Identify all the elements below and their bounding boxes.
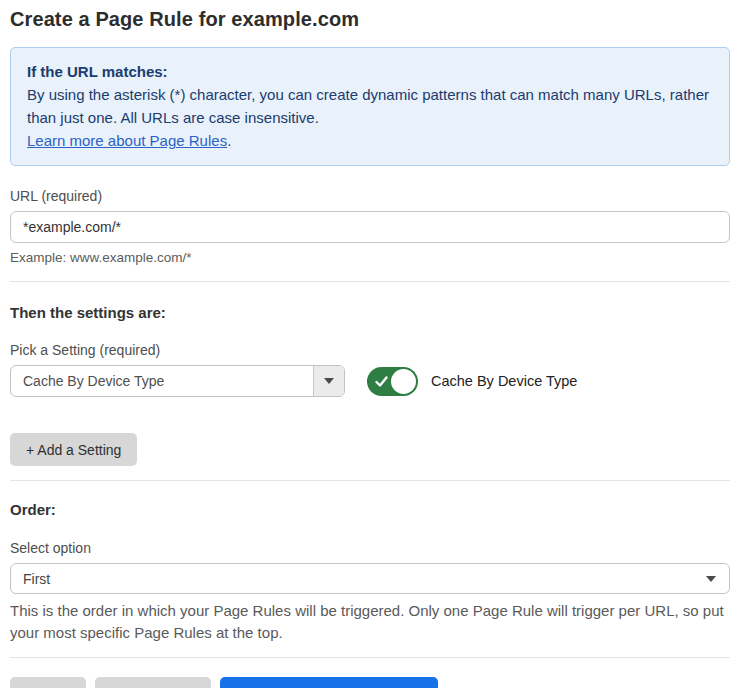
divider <box>10 281 730 282</box>
settings-section-heading: Then the settings are: <box>10 304 730 321</box>
toggle-label: Cache By Device Type <box>431 373 577 389</box>
learn-more-link[interactable]: Learn more about Page Rules <box>27 132 227 149</box>
info-box-link-line: Learn more about Page Rules. <box>27 129 713 152</box>
url-example-helper: Example: www.example.com/* <box>10 250 730 265</box>
save-deploy-button[interactable]: Save and Deploy Page Rule <box>220 677 438 688</box>
footer-buttons: Cancel Save as Draft Save and Deploy Pag… <box>10 677 730 688</box>
setting-select-arrow-button[interactable] <box>313 366 344 396</box>
setting-picker-label: Pick a Setting (required) <box>10 342 730 358</box>
order-select-value: First <box>23 571 50 587</box>
divider <box>10 657 730 658</box>
order-select[interactable]: First <box>10 563 730 594</box>
setting-row: Cache By Device Type Cache By Device Typ… <box>10 365 730 397</box>
page-rule-form: Create a Page Rule for example.com If th… <box>0 0 750 688</box>
save-draft-button[interactable]: Save as Draft <box>95 677 212 688</box>
url-input[interactable] <box>10 211 730 243</box>
cancel-button[interactable]: Cancel <box>10 677 86 688</box>
order-select-label: Select option <box>10 540 730 556</box>
toggle-knob <box>391 369 416 394</box>
setting-select[interactable]: Cache By Device Type <box>10 365 345 397</box>
link-period: . <box>227 132 231 149</box>
cache-device-toggle[interactable] <box>367 367 418 396</box>
add-setting-button[interactable]: + Add a Setting <box>10 433 137 466</box>
setting-select-value: Cache By Device Type <box>11 366 313 396</box>
divider <box>10 480 730 481</box>
url-field-label: URL (required) <box>10 188 730 204</box>
check-icon <box>375 375 388 388</box>
page-title: Create a Page Rule for example.com <box>10 8 730 31</box>
order-section-heading: Order: <box>10 501 730 518</box>
url-match-info-box: If the URL matches: By using the asteris… <box>10 47 730 166</box>
order-help-text: This is the order in which your Page Rul… <box>10 600 730 644</box>
info-box-body: By using the asterisk (*) character, you… <box>27 83 713 129</box>
info-box-heading: If the URL matches: <box>27 60 713 83</box>
chevron-down-icon <box>324 378 334 384</box>
chevron-down-icon <box>706 576 716 582</box>
